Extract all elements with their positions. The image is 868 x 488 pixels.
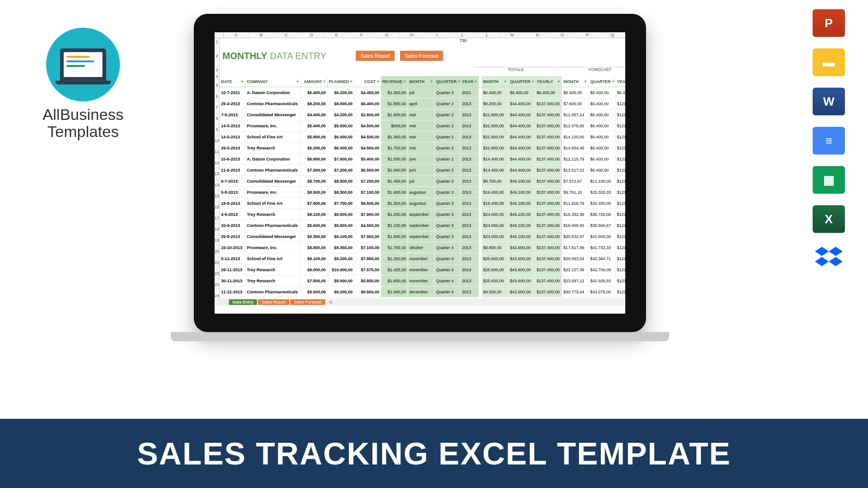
- cell-forecast-quarter[interactable]: $42.925,93: [589, 275, 616, 286]
- cell-company[interactable]: Contoso Pharmaceuticals: [245, 98, 301, 109]
- cell-totals-yearly[interactable]: $137.400,00: [535, 198, 562, 208]
- column-letter[interactable]: D: [299, 32, 324, 38]
- cell-forecast-quarter[interactable]: $41.733,33: [589, 242, 616, 253]
- cell-forecast-quarter[interactable]: $42.709,09: [589, 264, 616, 275]
- cell-date[interactable]: 20-9-2013: [220, 220, 245, 231]
- cell-totals-yearly[interactable]: $137.400,00: [535, 120, 562, 131]
- cell-totals-quarter[interactable]: $43.900,00: [509, 242, 535, 253]
- header-planned[interactable]: PLANNED: [328, 76, 354, 87]
- cell-year[interactable]: 2013: [461, 275, 479, 286]
- cell-totals-month[interactable]: $25.600,00: [482, 275, 509, 286]
- cell-company[interactable]: Contoso Pharmaceuticals: [245, 165, 301, 175]
- cell-month[interactable]: november: [408, 264, 435, 275]
- cell-cost[interactable]: $7.100,00: [354, 242, 381, 253]
- cell-year[interactable]: 2013: [461, 109, 479, 120]
- cell-cost[interactable]: $7.575,00: [354, 264, 381, 275]
- cell-totals-month[interactable]: $8.800,00: [482, 242, 509, 253]
- cell-revenue[interactable]: $1.800,00: [381, 109, 408, 120]
- cell-forecast-year[interactable]: $121.025,00: [616, 253, 625, 264]
- cell-revenue[interactable]: $1.000,00: [381, 286, 408, 297]
- chevron-down-icon[interactable]: [532, 81, 534, 83]
- cell-company[interactable]: Proseware, Inc.: [245, 242, 301, 253]
- cell-amount[interactable]: $9.500,00: [301, 286, 328, 297]
- chevron-down-icon[interactable]: [403, 81, 406, 83]
- cell-month[interactable]: mei: [408, 143, 435, 153]
- cell-planned[interactable]: $4.200,00: [328, 109, 354, 120]
- cell-company[interactable]: A. Datum Corporation: [245, 87, 301, 98]
- cell-totals-yearly[interactable]: $137.400,00: [535, 220, 562, 231]
- cell-totals-month[interactable]: $25.600,00: [482, 264, 509, 275]
- cell-month[interactable]: juni: [408, 165, 435, 175]
- cell-month[interactable]: juli: [408, 87, 435, 98]
- cell-forecast-month[interactable]: $17.617,96: [562, 242, 589, 253]
- cell-company[interactable]: Consolidated Messenger: [245, 109, 301, 120]
- cell-revenue[interactable]: $1.700,00: [381, 143, 408, 153]
- row-number[interactable]: 21: [215, 257, 219, 268]
- cell-date[interactable]: 7-5-2013: [220, 109, 245, 120]
- chevron-down-icon[interactable]: [504, 81, 507, 83]
- cell-totals-month[interactable]: $21.800,00: [482, 120, 509, 131]
- cell-date[interactable]: 29-5-2013: [220, 143, 245, 153]
- cell-amount[interactable]: $4.400,00: [301, 109, 328, 120]
- cell-date[interactable]: 6-7-2013: [220, 176, 245, 186]
- cell-quarter[interactable]: Quarter 3: [435, 176, 461, 186]
- cell-forecast-quarter[interactable]: $32.450,00: [589, 198, 616, 208]
- cell-quarter[interactable]: Quarter 3: [435, 231, 461, 242]
- row-number[interactable]: 13: [215, 168, 219, 179]
- cell-cost[interactable]: $8.500,00: [354, 286, 381, 297]
- cell-forecast-quarter[interactable]: $6.400,00: [589, 98, 616, 109]
- cell-quarter[interactable]: Quarter 3: [435, 187, 461, 197]
- cell-planned[interactable]: $9.350,00: [328, 242, 354, 253]
- cell-revenue[interactable]: $1.425,00: [381, 264, 408, 275]
- cell-company[interactable]: School of Fine Art: [245, 131, 301, 142]
- cell-company[interactable]: Contoso Pharmaceuticals: [245, 286, 301, 297]
- cell-totals-month[interactable]: $16.400,00: [482, 198, 509, 208]
- cell-forecast-year[interactable]: $121.025,00: [616, 187, 625, 197]
- cell-company[interactable]: School of Fine Art: [245, 198, 301, 208]
- row-number[interactable]: 4: [215, 73, 219, 80]
- cell-forecast-quarter[interactable]: $6.400,00: [589, 109, 616, 120]
- cell-cost[interactable]: $7.100,00: [354, 187, 381, 197]
- cell-forecast-year[interactable]: $121.025,00: [616, 275, 625, 286]
- column-letter[interactable]: J: [449, 32, 474, 38]
- header-date[interactable]: DATE: [220, 76, 245, 87]
- cell-forecast-month[interactable]: $16.352,38: [562, 209, 589, 220]
- cell-year[interactable]: 2013: [461, 120, 479, 131]
- cell-planned[interactable]: $8.300,00: [328, 187, 354, 197]
- cell-quarter[interactable]: Quarter 3: [435, 220, 461, 231]
- cell-forecast-quarter[interactable]: $6.400,00: [589, 165, 616, 175]
- cell-totals-quarter[interactable]: $44.400,00: [509, 120, 535, 131]
- cell-revenue[interactable]: $1.000,00: [381, 165, 408, 175]
- cell-month[interactable]: juni: [408, 154, 435, 164]
- cell-company[interactable]: Consolidated Messenger: [245, 231, 301, 242]
- cell-totals-yearly[interactable]: $6.400,00: [535, 87, 562, 98]
- cell-amount[interactable]: $6.400,00: [301, 87, 328, 98]
- cell-forecast-month[interactable]: $19.008,80: [562, 220, 589, 231]
- cell-quarter[interactable]: Quarter 4: [435, 264, 461, 275]
- cell-cost[interactable]: $7.500,00: [354, 231, 381, 242]
- cell-year[interactable]: 2013: [461, 165, 479, 175]
- cell-amount[interactable]: $8.800,00: [301, 242, 328, 253]
- cell-amount[interactable]: $7.500,00: [301, 275, 328, 286]
- row-number[interactable]: 10: [215, 135, 219, 146]
- tab-data-entry[interactable]: Data Entry: [229, 299, 257, 305]
- cell-date[interactable]: 5-11-2013: [220, 253, 245, 264]
- cell-forecast-quarter[interactable]: $6.400,00: [589, 143, 616, 153]
- cell-year[interactable]: 2013: [461, 98, 479, 109]
- cell-totals-yearly[interactable]: $137.400,00: [535, 165, 562, 175]
- table-row[interactable]: 4-9-2013Trey Research$9.100,00$8.900,00$…: [220, 209, 625, 220]
- header-company[interactable]: COMPANY: [245, 76, 301, 87]
- row-number[interactable]: 18: [215, 224, 219, 235]
- cell-month[interactable]: mei: [408, 109, 435, 120]
- cell-cost[interactable]: $6.600,00: [354, 198, 381, 208]
- cell-totals-yearly[interactable]: $137.400,00: [535, 286, 562, 297]
- cell-revenue[interactable]: $1.250,00: [381, 253, 408, 264]
- cell-forecast-month[interactable]: $7.572,97: [562, 176, 589, 186]
- cell-forecast-quarter[interactable]: $25.333,33: [589, 187, 616, 197]
- chevron-down-icon[interactable]: [458, 81, 461, 83]
- cell-date[interactable]: 10-6-2013: [220, 154, 245, 164]
- row-number[interactable]: 7: [215, 102, 219, 113]
- row-number[interactable]: 20: [215, 246, 219, 257]
- cell-quarter[interactable]: Quarter 2: [435, 120, 461, 131]
- cell-totals-month[interactable]: $8.200,00: [482, 98, 509, 109]
